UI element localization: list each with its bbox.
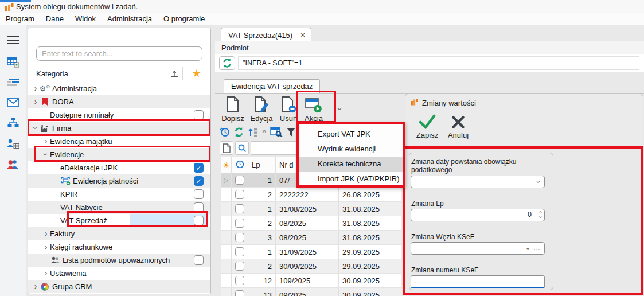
tree-item-ustawienia[interactable]: ›Ustawienia	[28, 267, 210, 280]
checkbox-checked[interactable]: ✓	[194, 163, 204, 173]
expander-right-icon[interactable]: ›	[32, 98, 40, 106]
table-row[interactable]: 12109/202530.09.2025	[221, 274, 401, 288]
tree-item-lista-podmiotów-upoważnionych[interactable]: Lista podmiotów upoważnionych	[28, 254, 210, 267]
tree-item-kpir[interactable]: KPIR	[28, 188, 210, 201]
funnel-icon[interactable]	[286, 127, 296, 137]
akcja-dropdown-chevron-icon[interactable]: ›	[339, 105, 342, 114]
row-checkbox[interactable]	[235, 276, 244, 285]
tree-item-edeklaracje-jpk[interactable]: eDeklaracje+JPK✓	[28, 161, 210, 174]
tree-item-firma[interactable]: ›Firma	[28, 122, 210, 135]
ellipsis-button[interactable]: …	[533, 244, 540, 252]
menu-item-administracja[interactable]: Administracja	[102, 13, 158, 23]
field-combo-input[interactable]: ›	[411, 176, 545, 188]
row-checkbox[interactable]	[235, 233, 244, 242]
tree-item-vat-nabycie[interactable]: VAT Nabycie	[28, 201, 210, 214]
row-checkbox[interactable]	[235, 204, 244, 213]
table-row[interactable]: 308/202531.08.2025	[221, 231, 401, 245]
new-record-icon[interactable]	[220, 141, 233, 155]
expander-down-icon[interactable]: ›	[42, 150, 50, 159]
tree-item-ewidencja-majątku[interactable]: ›Ewidencja majątku	[28, 135, 210, 148]
people-duo-icon[interactable]	[6, 157, 20, 171]
tab-vat-sprzedaz[interactable]: VAT Sprzedaż(415)×	[221, 28, 311, 41]
search-icon[interactable]	[235, 141, 249, 155]
table-row[interactable]: 1309/202530.09.2025	[221, 288, 401, 296]
tree-item-ewidencje[interactable]: ›Ewidencje	[28, 148, 210, 161]
checkbox-unchecked[interactable]	[194, 255, 204, 265]
history-icon[interactable]	[220, 127, 230, 137]
menu-item-export-vat-jpk[interactable]: Export VAT JPK	[299, 127, 403, 142]
sort-icon[interactable]	[170, 70, 178, 79]
column-header-lp[interactable]: Lp	[248, 157, 276, 173]
anuluj-button[interactable]: Anuluj	[443, 113, 473, 139]
menu-item-o-programie[interactable]: O programie	[158, 13, 210, 23]
row-checkbox[interactable]	[235, 290, 244, 296]
menu-item-wydruk-ewidencji[interactable]: Wydruk ewidencji	[299, 142, 403, 157]
table-row[interactable]: 131/09/202529.09.2025	[221, 245, 401, 259]
edycja-button[interactable]: Edycja	[248, 96, 275, 123]
favorites-star-icon[interactable]: ★	[192, 67, 201, 80]
search-input[interactable]	[36, 46, 202, 61]
field-combo-ellipsis-input[interactable]: ›…	[411, 242, 545, 255]
tab-ewidencja-vat-sprzedaz[interactable]: Ewidencja VAT sprzedaż	[224, 79, 320, 93]
menu-item-program[interactable]: Program	[0, 13, 40, 23]
row-checkbox[interactable]	[235, 262, 244, 271]
checkbox-unchecked[interactable]	[194, 216, 204, 225]
orgchart-icon[interactable]	[6, 116, 20, 130]
refresh-green-icon[interactable]	[233, 127, 244, 138]
table-row[interactable]: 131/08/202531.08.2025	[221, 202, 401, 216]
menu-item-import-jpk-vat-pkpir-[interactable]: Import JPK (VAT/PKPIR)	[299, 172, 403, 186]
expander-right-icon[interactable]: ›	[32, 282, 40, 291]
checkbox-unchecked[interactable]	[194, 202, 204, 212]
menu-item-widok[interactable]: Widok	[69, 13, 102, 23]
tree-item-dora[interactable]: ›DORA	[28, 95, 210, 108]
table-calc-icon[interactable]	[6, 55, 20, 69]
person-card-icon[interactable]	[6, 137, 20, 150]
caret-up-icon[interactable]: ^	[262, 128, 267, 137]
row-checkbox[interactable]	[235, 219, 244, 228]
tree-item-vat-sprzedaż[interactable]: VAT Sprzedaż	[28, 214, 210, 227]
field-spinner-input[interactable]: 0››	[411, 209, 545, 221]
podmiot-filter-input[interactable]	[238, 56, 639, 70]
usuń-button[interactable]: Usuń	[277, 96, 300, 123]
sort-up-icon[interactable]	[248, 127, 259, 137]
row-checkbox[interactable]	[235, 247, 244, 256]
table-row[interactable]: 230/09/202529.09.2025	[221, 259, 401, 274]
menu-item-dane[interactable]: Dane	[40, 13, 69, 23]
row-checkbox[interactable]	[235, 176, 244, 185]
list-rows-icon[interactable]	[6, 76, 20, 89]
expander-right-icon[interactable]: ›	[42, 229, 50, 238]
akcja-button[interactable]: Akcja	[298, 96, 330, 123]
category-header[interactable]: Kategoria ★	[28, 66, 210, 81]
envelope-icon[interactable]	[6, 95, 20, 109]
expander-right-icon[interactable]: ›	[32, 84, 40, 93]
table-row[interactable]: 2222222226.08.2025	[221, 188, 401, 202]
tab-close-icon[interactable]: ×	[300, 30, 305, 40]
zapisz-button[interactable]: Zapisz	[412, 113, 442, 139]
tree-item-grupa-crm[interactable]: ›Grupa CRM	[28, 280, 210, 293]
tree-item-dostępne-nominały[interactable]: Dostępne nominały	[28, 108, 210, 122]
chevron-down-icon[interactable]: ›	[524, 247, 532, 250]
clock-history-icon[interactable]	[235, 159, 244, 170]
table-search-icon[interactable]	[270, 127, 283, 137]
sun-icon[interactable]: ☀	[223, 161, 230, 170]
hamburger-icon[interactable]	[6, 33, 20, 47]
tree-item-faktury[interactable]: ›Faktury	[28, 227, 210, 240]
row-expander-icon[interactable]: ▷	[224, 177, 228, 184]
tree-item-ewidencja-płatności[interactable]: Ewidencja płatności✓	[28, 174, 210, 188]
expander-right-icon[interactable]: ›	[42, 269, 50, 278]
expander-down-icon[interactable]: ›	[32, 124, 40, 133]
tree-item-administracja[interactable]: ›⚙⚙Administracja	[28, 82, 210, 95]
row-checkbox[interactable]	[235, 190, 244, 199]
spinner-arrows-icon[interactable]: ››	[540, 209, 541, 220]
expander-right-icon[interactable]: ›	[42, 137, 50, 146]
checkbox-unchecked[interactable]	[194, 110, 204, 120]
tree-item-księgi-rachunkowe[interactable]: ›Księgi rachunkowe	[28, 240, 210, 254]
expander-right-icon[interactable]: ›	[42, 243, 50, 251]
field-text-input[interactable]: -	[411, 275, 545, 288]
checkbox-unchecked[interactable]	[194, 189, 204, 199]
menu-item-korekta-techniczna[interactable]: Korekta techniczna	[299, 157, 403, 172]
refresh-filter-button[interactable]	[219, 56, 235, 70]
table-row[interactable]: 208/202531.08.2025	[221, 216, 401, 231]
chevron-down-icon[interactable]: ›	[534, 181, 542, 183]
dopisz-button[interactable]: Dopisz	[220, 96, 246, 123]
